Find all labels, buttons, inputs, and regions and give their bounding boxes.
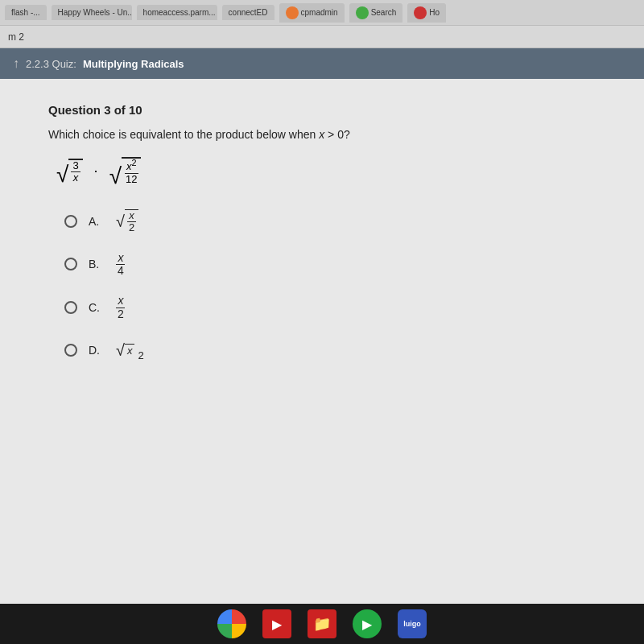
taskbar: ▶ 📁 ▶ luigo	[0, 604, 644, 644]
answer-c[interactable]: C. x 2	[64, 295, 596, 320]
address-bar: m 2	[0, 26, 644, 48]
files-icon[interactable]: 📁	[308, 609, 336, 638]
answer-b[interactable]: B. x 4	[64, 252, 596, 278]
radio-d[interactable]	[64, 344, 77, 357]
answer-a[interactable]: A. √ x 2	[64, 209, 596, 234]
cpmadmin-icon	[286, 6, 299, 19]
radical-left: √ 3 x	[56, 159, 83, 184]
ho-icon	[414, 6, 427, 19]
chrome-icon[interactable]	[217, 609, 246, 638]
quiz-header: ↑ 2.2.3 Quiz: Multiplying Radicals	[0, 48, 644, 79]
lugo-icon[interactable]: luigo	[398, 609, 427, 638]
question-text: Which choice is equivalent to the produc…	[48, 128, 596, 141]
search-icon	[356, 6, 369, 19]
question-number: Question 3 of 10	[48, 103, 596, 117]
tab-flash[interactable]: flash -...	[5, 5, 47, 20]
tab-homeaccess[interactable]: homeaccess.parm...	[137, 5, 217, 20]
play-icon[interactable]: ▶	[353, 609, 382, 638]
quiz-section-label: 2.2.3 Quiz:	[26, 58, 76, 70]
radio-b[interactable]	[64, 258, 77, 270]
tab-search[interactable]: Search	[349, 3, 403, 23]
answer-choices: A. √ x 2 B. x 4	[64, 209, 596, 362]
tab-connected[interactable]: connectED	[222, 5, 275, 20]
quiz-title: Multiplying Radicals	[83, 58, 184, 70]
radical-right: √ x2 12	[109, 157, 142, 185]
radio-c[interactable]	[64, 301, 77, 314]
quiz-header-icon: ↑	[13, 56, 19, 71]
answer-d[interactable]: D. √ x x 2	[64, 338, 596, 362]
math-expression: √ 3 x · √ x2 12	[56, 157, 596, 185]
main-content: Question 3 of 10 Which choice is equival…	[0, 79, 644, 604]
radio-a[interactable]	[64, 215, 77, 228]
browser-tab-bar: flash -... Happy Wheels - Un... homeacce…	[0, 0, 644, 26]
tab-happywheels[interactable]: Happy Wheels - Un...	[52, 5, 132, 20]
youtube-icon[interactable]: ▶	[262, 609, 291, 638]
tab-cpmadmin[interactable]: cpmadmin	[279, 3, 345, 23]
tab-ho[interactable]: Ho	[407, 3, 446, 23]
